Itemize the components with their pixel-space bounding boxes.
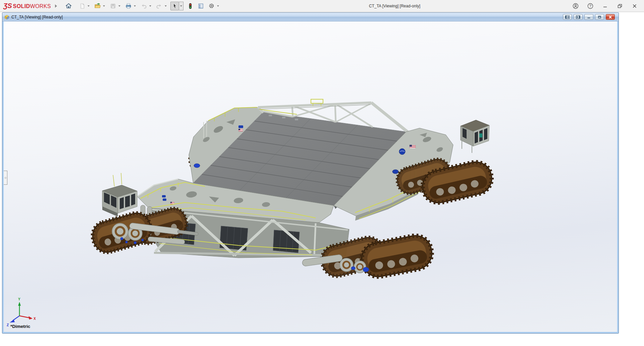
quick-access-toolbar (64, 2, 223, 10)
select-tool-dropdown[interactable] (179, 2, 183, 10)
document-titlebar[interactable]: CT_TA [Viewing] [Read-only] (2, 13, 619, 21)
file-properties-button[interactable] (197, 2, 205, 10)
triad-x-label: X (34, 317, 36, 321)
dock-pane-left-icon (565, 15, 570, 19)
new-document-icon (79, 3, 85, 9)
options-button[interactable] (207, 2, 216, 10)
redo-button[interactable] (155, 2, 164, 10)
window-controls: ? (572, 2, 639, 10)
us-flag-decal-rear (238, 129, 243, 131)
redo-dropdown[interactable] (164, 2, 168, 10)
document-close-icon (608, 15, 612, 19)
save-icon (110, 3, 116, 9)
operator-cab-right[interactable] (461, 44, 489, 153)
minimize-button[interactable] (601, 2, 609, 10)
save-dropdown[interactable] (117, 2, 122, 10)
model-3d-view[interactable] (4, 21, 617, 332)
undo-button[interactable] (140, 2, 148, 10)
home-button[interactable] (64, 2, 73, 10)
select-cursor-icon (172, 3, 178, 9)
document-close-button[interactable] (606, 14, 615, 20)
dock-pane-right-button[interactable] (574, 14, 583, 20)
view-orientation-label: *Dimetric (10, 324, 30, 329)
solidworks-logo-glyph: ƷS (3, 2, 12, 10)
document-restore-icon (597, 15, 602, 19)
user-account-button[interactable] (572, 2, 580, 10)
options-dropdown[interactable] (216, 2, 220, 10)
new-document-dropdown[interactable] (87, 2, 91, 10)
print-icon (125, 3, 132, 9)
app-titlebar: ƷS SOLID WORKS (0, 0, 644, 12)
dock-pane-right-icon (576, 15, 580, 19)
select-tool-button[interactable] (170, 2, 179, 10)
restore-button[interactable] (616, 2, 624, 10)
save-button[interactable] (109, 2, 117, 10)
document-minimize-button[interactable] (584, 14, 593, 20)
us-flag-decal-right (410, 145, 416, 149)
help-button[interactable]: ? (586, 2, 594, 10)
app-window-title: CT_TA [Viewing] [Read-only] (369, 4, 420, 8)
document-restore-button[interactable] (595, 14, 604, 20)
close-icon (632, 3, 638, 9)
open-dropdown[interactable] (102, 2, 106, 10)
svg-text:?: ? (589, 4, 591, 8)
help-icon: ? (587, 3, 594, 9)
undo-icon (141, 3, 147, 9)
us-flag-decal-left (170, 202, 174, 204)
document-minimize-icon (587, 15, 591, 19)
restore-icon (617, 3, 623, 9)
open-button[interactable] (93, 2, 102, 10)
open-icon (94, 3, 101, 9)
user-account-icon (572, 3, 579, 9)
new-document-button[interactable] (78, 2, 87, 10)
graphics-viewport[interactable]: Y X Z *Dimetric (2, 21, 619, 333)
assembly-document-icon (4, 14, 10, 20)
document-window: CT_TA [Viewing] [Read-only] (2, 12, 619, 334)
triad-y-label: Y (18, 297, 20, 301)
blue-fitting (392, 170, 398, 174)
print-dropdown[interactable] (133, 2, 137, 10)
feature-manager-collapsed-tab[interactable] (4, 171, 7, 185)
reference-triad: Y X Z (6, 293, 38, 327)
home-icon (65, 3, 72, 9)
print-button[interactable] (124, 2, 133, 10)
document-title: CT_TA [Viewing] [Read-only] (11, 15, 63, 19)
solidworks-logo: ƷS SOLID WORKS (3, 2, 51, 10)
triad-z-label: Z (7, 323, 9, 327)
cab-door-window (479, 133, 482, 137)
undo-dropdown[interactable] (148, 2, 153, 10)
minimize-icon (602, 3, 608, 9)
traffic-light-icon (187, 3, 193, 9)
document-caption-buttons (563, 14, 615, 20)
menu-expand-arrow-icon[interactable] (55, 4, 57, 8)
dock-pane-left-button[interactable] (563, 14, 572, 20)
close-button[interactable] (631, 2, 639, 10)
nasa-decal-left (162, 195, 166, 197)
splitter-handle-icon (5, 177, 6, 179)
file-properties-icon (198, 3, 204, 9)
rebuild-traffic-light-button[interactable] (186, 2, 195, 10)
gear-icon (208, 3, 215, 9)
redo-icon (156, 3, 162, 9)
